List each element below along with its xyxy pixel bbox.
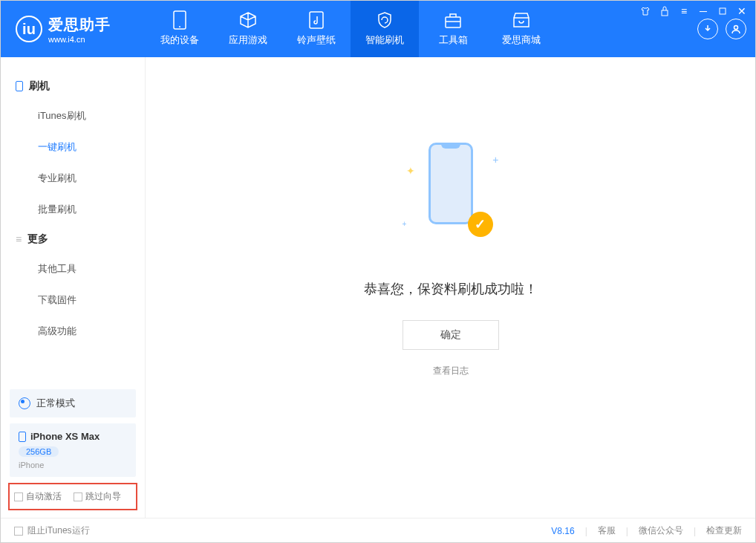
- app-header: iu 爱思助手 www.i4.cn 我的设备 应用游戏 铃声壁纸 智能刷机 工具…: [1, 1, 755, 57]
- window-controls: ≡ ─ ✕: [639, 4, 749, 18]
- sidebar-section-flash: 刷机: [1, 72, 145, 100]
- sidebar: 刷机 iTunes刷机 一键刷机 专业刷机 批量刷机 ≡ 更多 其他工具 下载固…: [1, 57, 146, 518]
- wechat-link[interactable]: 微信公众号: [639, 524, 683, 537]
- logo[interactable]: iu 爱思助手 www.i4.cn: [1, 15, 146, 44]
- sparkle-icon: +: [403, 220, 407, 228]
- highlighted-options: 自动激活 跳过向导: [8, 483, 137, 510]
- success-message: 恭喜您，保资料刷机成功啦！: [364, 280, 538, 298]
- svg-rect-5: [662, 10, 668, 16]
- nav-tabs: 我的设备 应用游戏 铃声壁纸 智能刷机 工具箱 爱思商城: [146, 1, 555, 57]
- close-button[interactable]: ✕: [735, 4, 749, 18]
- tab-label: 智能刷机: [365, 33, 404, 47]
- mode-icon: [19, 397, 30, 409]
- checkbox-block-itunes[interactable]: 阻止iTunes运行: [14, 524, 90, 537]
- checkbox-icon: [14, 527, 23, 536]
- minimize-button[interactable]: ─: [697, 4, 710, 18]
- storage-badge: 256GB: [19, 446, 59, 457]
- logo-subtitle: www.i4.cn: [48, 35, 111, 44]
- device-type: iPhone: [19, 461, 127, 469]
- device-info[interactable]: iPhone XS Max 256GB iPhone: [10, 423, 136, 477]
- checkbox-icon: [74, 492, 82, 501]
- tab-label: 应用游戏: [229, 33, 267, 47]
- sidebar-item-itunes-flash[interactable]: iTunes刷机: [1, 100, 145, 131]
- cube-icon: [239, 11, 257, 29]
- view-log-link[interactable]: 查看日志: [433, 365, 469, 377]
- version-label: V8.16: [551, 526, 574, 536]
- confirm-button[interactable]: 确定: [403, 320, 499, 350]
- svg-point-4: [734, 26, 738, 30]
- maximize-button[interactable]: [716, 4, 729, 18]
- tab-label: 爱思商城: [502, 33, 541, 47]
- phone-icon: [16, 81, 23, 91]
- device-icon: [171, 11, 189, 29]
- user-button[interactable]: [726, 19, 746, 39]
- sidebar-section-more: ≡ 更多: [1, 225, 145, 253]
- header-right: [697, 19, 755, 39]
- success-illustration: ✦ + + ✓: [403, 139, 499, 250]
- music-file-icon: [307, 11, 325, 29]
- checkbox-auto-activate[interactable]: 自动激活: [14, 490, 62, 503]
- toolbox-icon: [444, 11, 462, 29]
- svg-rect-6: [720, 8, 726, 14]
- main-content: ✦ + + ✓ 恭喜您，保资料刷机成功啦！ 确定 查看日志: [146, 57, 755, 518]
- sidebar-item-advanced[interactable]: 高级功能: [1, 316, 145, 347]
- sidebar-item-onekey-flash[interactable]: 一键刷机: [1, 131, 145, 163]
- logo-title: 爱思助手: [48, 15, 111, 35]
- tab-label: 工具箱: [439, 33, 468, 47]
- tab-store[interactable]: 爱思商城: [487, 1, 555, 57]
- tab-toolbox[interactable]: 工具箱: [419, 1, 487, 57]
- sidebar-item-other-tools[interactable]: 其他工具: [1, 253, 145, 284]
- tab-label: 我的设备: [160, 33, 199, 47]
- footer: 阻止iTunes运行 V8.16 | 客服 | 微信公众号 | 检查更新: [1, 518, 755, 543]
- check-badge-icon: ✓: [468, 212, 493, 237]
- sidebar-item-batch-flash[interactable]: 批量刷机: [1, 194, 145, 225]
- shield-refresh-icon: [376, 11, 394, 29]
- mode-label: 正常模式: [36, 397, 75, 410]
- check-update-link[interactable]: 检查更新: [706, 524, 742, 537]
- sparkle-icon: ✦: [406, 165, 415, 177]
- sidebar-item-pro-flash[interactable]: 专业刷机: [1, 163, 145, 194]
- svg-rect-2: [310, 12, 323, 28]
- checkbox-icon: [14, 492, 23, 501]
- svg-point-1: [179, 26, 180, 27]
- tab-smart-flash[interactable]: 智能刷机: [351, 1, 419, 57]
- lock-icon[interactable]: [658, 4, 671, 18]
- tab-ringtones[interactable]: 铃声壁纸: [282, 1, 351, 57]
- download-button[interactable]: [697, 19, 718, 39]
- svg-rect-3: [446, 17, 460, 27]
- mode-indicator[interactable]: 正常模式: [10, 389, 136, 417]
- sparkle-icon: +: [492, 154, 498, 166]
- checkbox-skip-guide[interactable]: 跳过向导: [74, 490, 121, 503]
- tab-label: 铃声壁纸: [297, 33, 336, 47]
- store-icon: [512, 11, 530, 29]
- phone-icon: [428, 143, 473, 224]
- sidebar-item-download-firmware[interactable]: 下载固件: [1, 284, 145, 316]
- device-icon: [19, 432, 26, 442]
- list-icon: ≡: [16, 233, 22, 245]
- menu-icon[interactable]: ≡: [677, 4, 691, 18]
- device-name-text: iPhone XS Max: [30, 431, 100, 442]
- tab-my-device[interactable]: 我的设备: [146, 1, 214, 57]
- tshirt-icon[interactable]: [639, 4, 652, 18]
- tab-apps-games[interactable]: 应用游戏: [214, 1, 282, 57]
- customer-service-link[interactable]: 客服: [598, 524, 616, 537]
- logo-icon: iu: [16, 16, 42, 42]
